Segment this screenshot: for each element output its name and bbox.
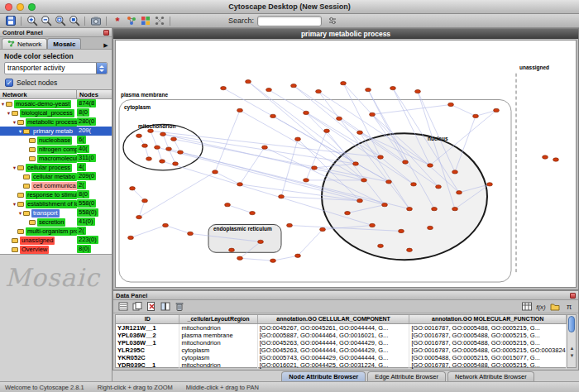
graph-node[interactable]	[295, 137, 301, 141]
graph-node[interactable]	[487, 183, 493, 186]
graph-node[interactable]	[436, 185, 442, 189]
graph-node[interactable]	[370, 112, 376, 116]
function-icon[interactable]: f(x)	[534, 300, 548, 313]
graph-node[interactable]	[457, 191, 462, 194]
tree-row[interactable]: ▼primary metab209(	[0, 127, 112, 136]
tree-row[interactable]: multi-organism pro2(	[0, 227, 112, 236]
graph-node[interactable]	[403, 160, 409, 164]
graph-node[interactable]	[370, 223, 376, 227]
tab-mosaic[interactable]: Mosaic	[47, 38, 81, 49]
graph-node[interactable]	[213, 170, 218, 174]
graph-node[interactable]	[250, 211, 256, 214]
zoom-selected-icon[interactable]	[53, 15, 67, 27]
tree-expander-icon[interactable]: ▼	[12, 120, 17, 125]
tree-row[interactable]: secretion41(0)	[0, 218, 112, 227]
graph-node[interactable]	[188, 232, 194, 235]
table-row[interactable]: YLR295Ccytoplasm[GO:0045263, GO:0044444,…	[116, 347, 567, 354]
table-row[interactable]: YKR052Ccytoplasm[GO:0005743, GO:0044429,…	[116, 354, 567, 361]
tree-row[interactable]: nucleobase6(	[0, 136, 112, 145]
graph-node[interactable]	[353, 162, 359, 165]
table-column-header[interactable]: _cellularLayoutRegion	[179, 315, 257, 323]
graph-node[interactable]	[415, 89, 421, 93]
delete-attribute-icon[interactable]	[144, 300, 158, 313]
vizmapper-icon[interactable]	[138, 15, 152, 27]
zoom-fit-icon[interactable]	[67, 15, 81, 27]
tree-expander-icon[interactable]: ▼	[6, 111, 12, 116]
close-window-button[interactable]	[5, 3, 12, 11]
table-column-header[interactable]: annotation.GO MOLECULAR_FUNCTION	[409, 315, 567, 323]
minimize-window-button[interactable]	[17, 3, 24, 11]
tab-overflow-arrow-icon[interactable]	[102, 42, 110, 49]
graph-node[interactable]	[291, 84, 297, 87]
graph-node[interactable]	[407, 248, 413, 251]
graph-node[interactable]	[266, 88, 272, 91]
tree-row[interactable]: ▼mosaic-demo-yeast874(8	[0, 99, 112, 108]
tree-row[interactable]: response to stimul8(0	[0, 190, 112, 199]
table-row[interactable]: YPL036W__2plasma membrane[GO:0005887, GO…	[116, 332, 567, 339]
attribute-list-icon[interactable]	[116, 300, 130, 313]
graph-node[interactable]	[407, 207, 413, 210]
table-scrollbar[interactable]	[567, 315, 576, 367]
tree-row[interactable]: ▼cellular process4(	[0, 163, 112, 172]
scroll-up-icon[interactable]	[567, 345, 577, 352]
search-input[interactable]	[257, 16, 322, 26]
graph-node[interactable]	[366, 88, 371, 91]
graph-node[interactable]	[270, 114, 276, 117]
graph-node[interactable]	[304, 111, 309, 114]
graph-node[interactable]	[166, 147, 172, 151]
network-overview-icon[interactable]	[124, 15, 138, 27]
graph-node[interactable]	[262, 146, 268, 149]
graph-node[interactable]	[312, 166, 318, 170]
graph-node[interactable]	[155, 146, 160, 149]
graph-node[interactable]	[148, 129, 154, 132]
tree-expander-icon[interactable]: ▼	[17, 211, 23, 216]
zoom-out-icon[interactable]	[39, 15, 53, 27]
folder-icon[interactable]	[548, 300, 562, 313]
tree-row[interactable]: macromolecule311(0	[0, 154, 112, 163]
graph-node[interactable]	[382, 203, 388, 206]
graph-node[interactable]	[361, 179, 367, 182]
graph-node[interactable]	[452, 170, 458, 174]
graph-node[interactable]	[163, 223, 169, 227]
graph-node[interactable]	[345, 211, 351, 214]
graph-node[interactable]	[316, 89, 322, 93]
graph-node[interactable]	[130, 187, 136, 190]
table-column-header[interactable]: ID	[116, 315, 179, 323]
graph-node[interactable]	[553, 158, 559, 161]
tree-row[interactable]: ▼metabolic process280(0	[0, 117, 112, 127]
network-canvas[interactable]: plasma membranecytoplasmmitochondrionnuc…	[115, 40, 577, 288]
titlebar[interactable]: Cytoscape Desktop (New Session)	[0, 0, 579, 14]
graph-node[interactable]	[304, 179, 309, 182]
float-panel-icon[interactable]	[103, 30, 109, 36]
graph-node[interactable]	[399, 229, 404, 232]
select-columns-icon[interactable]	[158, 300, 172, 313]
tab-network[interactable]: Network	[2, 38, 47, 49]
color-attribute-dropdown[interactable]: transporter activity	[4, 62, 108, 74]
select-nodes-row[interactable]: Select nodes	[0, 75, 112, 89]
graph-node[interactable]	[136, 215, 142, 218]
graph-node[interactable]	[448, 103, 454, 106]
graph-node[interactable]	[386, 180, 392, 184]
graph-node[interactable]	[270, 259, 276, 262]
graph-node[interactable]	[171, 137, 177, 141]
graph-node[interactable]	[357, 131, 363, 134]
graph-node[interactable]	[246, 79, 251, 83]
graph-node[interactable]	[411, 183, 417, 186]
graph-node[interactable]	[320, 227, 326, 231]
tree-row[interactable]: cell communica2(	[0, 181, 112, 190]
graph-node[interactable]	[473, 114, 479, 117]
tree-col-nodes[interactable]: Nodes	[77, 90, 112, 98]
tree-row[interactable]: ▼biological_process8(0	[0, 108, 112, 117]
graph-node[interactable]	[178, 151, 184, 154]
copy-icon[interactable]	[130, 300, 144, 313]
annotation-icon[interactable]: *	[110, 15, 124, 27]
graph-node[interactable]	[237, 183, 243, 186]
graph-node[interactable]	[341, 81, 347, 84]
graph-node[interactable]	[295, 254, 301, 257]
table-row[interactable]: YPL036W__1mitochondrion[GO:0045263, GO:0…	[116, 339, 567, 347]
graph-node[interactable]	[142, 144, 148, 147]
graph-node[interactable]	[428, 164, 433, 167]
graph-node[interactable]	[432, 207, 438, 210]
tab-network-attribute-browser[interactable]: Network Attribute Browser	[447, 371, 534, 381]
graph-node[interactable]	[237, 108, 243, 112]
